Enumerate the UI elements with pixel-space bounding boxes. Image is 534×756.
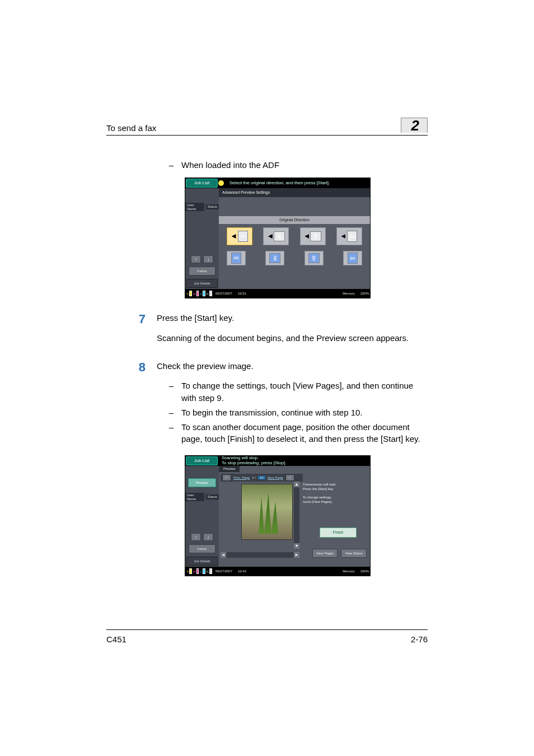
top-message: Scanning will stop. To stop previewing, … [218,456,370,466]
delete-button[interactable]: Delete [189,544,216,553]
info-line-4: touch [View Pages]. [303,500,332,503]
page-icon: AB [238,231,248,242]
dash-icon: – [168,380,174,404]
original-direction-label: Original Direction [219,216,370,224]
status-label: Status [206,204,219,209]
scroll-up-button[interactable]: ↑ [191,255,201,263]
status-label: Status [206,494,219,500]
job-list-button[interactable]: Job List [186,456,218,465]
page-icon: AB [348,253,358,264]
intro-bullet: When loaded into the ADF [181,160,279,170]
orientation-option-4[interactable]: AB [336,227,362,245]
next-page-link[interactable]: Next Page [268,476,283,480]
step-8-bullet-2: To begin the transmission, continue with… [181,407,428,419]
orientation-option-7[interactable]: AB [305,251,324,265]
page-current: 1 / [252,476,256,480]
toner-y-icon: Y [186,291,192,296]
prev-page-arrow[interactable]: ← [222,474,231,481]
step-8-bullet-1: To change the settings, touch [View Page… [181,380,428,404]
status-date: 09/27/2007 [216,292,232,296]
page-icon: AB [269,253,280,263]
info-line-2: Press the [Start] key. [303,487,334,491]
page-icon: AB [308,253,320,263]
page-icon: AB [274,231,285,241]
toner-c-icon: C [200,291,205,296]
prev-page-link[interactable]: Prev. Page [233,476,250,480]
toner-y-icon: Y [186,568,192,574]
scroll-left-icon[interactable]: ◄ [221,552,226,558]
header-title: To send a fax [106,123,156,133]
dash-icon: – [168,160,174,170]
orientation-option-5[interactable]: AB [227,251,246,265]
info-line-3: To change settings, [303,496,332,499]
job-list-button[interactable]: Job List [186,179,218,188]
top-message: Select the original direction, and then … [226,181,370,186]
toner-m-icon: M [193,568,199,574]
next-page-arrow[interactable]: → [285,474,294,481]
top-message-2: To stop previewing, press [Stop]. [222,460,287,465]
scroll-down-icon[interactable]: ▼ [294,543,299,549]
status-time: 16:51 [238,292,246,296]
page-icon: AB [347,231,357,242]
page-total: 10 [258,476,265,480]
memory-value: 100% [360,570,369,573]
dash-icon: – [168,407,174,419]
memory-value: 100% [360,292,369,295]
step-number-7: 7 [106,312,146,352]
toner-m-icon: M [193,291,199,296]
scroll-right-icon[interactable]: ► [294,552,299,558]
orientation-option-1[interactable]: AB [227,227,252,245]
screenshot-original-direction: Job List Select the original direction, … [185,178,371,298]
toner-c-icon: C [200,568,205,574]
step-7-line-1: Press the [Start] key. [157,312,428,324]
preview-image [241,484,293,540]
orientation-option-6[interactable]: AB [265,251,284,265]
step-8-bullet-3: To scan another document page, position … [181,421,428,446]
toner-k-icon: K [207,291,212,296]
footer-right: 2-76 [411,634,428,644]
orientation-option-8[interactable]: AB [343,251,362,265]
view-pages-button[interactable]: View Pages [312,549,338,558]
preview-info: Transmission will start. Press the [Star… [303,483,367,505]
memory-label: Memory [343,570,355,573]
scroll-down-button[interactable]: ↓ [203,533,213,541]
screenshot-preview: Job List Scanning will stop. To stop pre… [185,455,371,576]
scroll-up-icon[interactable]: ▲ [294,482,299,487]
toner-k-icon: K [207,568,212,574]
preview-tab[interactable]: Preview [219,466,240,472]
scroll-down-button[interactable]: ↓ [203,255,213,263]
view-status-button[interactable]: View Status [341,549,367,558]
vertical-scrollbar[interactable]: ▲ ▼ [294,482,299,549]
finish-button[interactable]: Finish [320,528,357,538]
advanced-preview-settings-header: Advanced Preview Settings [219,188,370,197]
user-name-label: User Name [185,203,204,211]
footer-left: C451 [106,634,127,644]
job-details-button[interactable]: Job Details [186,279,218,288]
info-line-1: Transmission will start. [303,483,336,486]
user-name-label: User Name [185,493,204,501]
preview-button[interactable]: Preview [188,478,216,487]
delete-button[interactable]: Delete [189,267,216,276]
status-date: 09/27/2007 [216,570,232,573]
hint-icon [218,180,224,186]
page-icon: AB [231,253,241,264]
memory-label: Memory [343,292,355,295]
step-8-line-1: Check the preview image. [157,360,428,372]
chapter-number: 2 [411,117,419,134]
dash-icon: – [168,421,174,446]
page-icon: AB [310,231,321,241]
status-time: 16:42 [238,570,246,573]
step-number-8: 8 [106,360,146,448]
orientation-option-2[interactable]: AB [263,227,289,245]
scroll-up-button[interactable]: ↑ [191,533,201,541]
chapter-badge: 2 [401,118,428,133]
step-7-line-2: Scanning of the document begins, and the… [157,332,428,344]
job-details-button[interactable]: Job Details [186,557,218,566]
top-message-1: Scanning will stop. [222,455,259,460]
horizontal-scrollbar[interactable]: ◄ ► [221,552,299,558]
orientation-option-3[interactable]: AB [300,227,326,245]
